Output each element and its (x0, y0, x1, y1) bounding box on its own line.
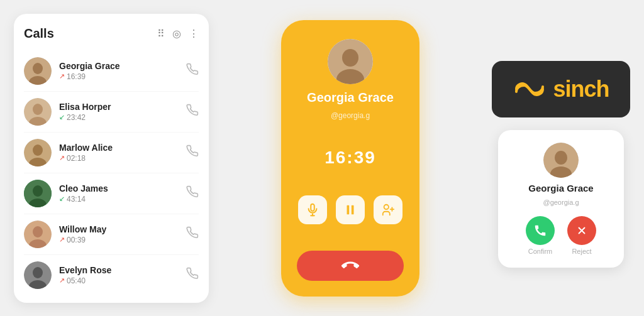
call-item-6: Evelyn Rose ↗ 05:40 (24, 255, 199, 295)
svg-rect-21 (311, 204, 314, 211)
call-name-5: Willow May (59, 224, 186, 234)
call-time-4: ↙ 43:14 (59, 195, 186, 204)
avatar-2 (24, 98, 52, 126)
call-item-5: Willow May ↗ 00:39 (24, 214, 199, 255)
phone-controls (298, 195, 402, 224)
phone-avatar (328, 39, 373, 84)
phone-mockup: Georgia Grace @georgia.g 16:39 (281, 20, 419, 297)
reject-button[interactable] (567, 216, 596, 245)
call-info-2: Elisa Horper ↙ 23:42 (59, 102, 186, 122)
svg-point-19 (342, 49, 358, 67)
reject-label: Reject (572, 248, 591, 255)
phone-handle: @georgia.g (331, 111, 370, 120)
call-item-1: Georgia Grace ↗ 16:39 (24, 51, 199, 92)
arrow-up-1: ↗ (59, 72, 65, 80)
call-info-3: Marlow Alice ↗ 02:18 (59, 143, 186, 163)
call-time-6: ↗ 05:40 (59, 276, 186, 285)
phone-icon-2[interactable] (186, 104, 199, 119)
arrow-up-3: ↗ (59, 154, 65, 162)
call-item-4: Cleo James ↙ 43:14 (24, 173, 199, 214)
svg-point-7 (33, 144, 43, 156)
phone-icon-3[interactable] (186, 144, 199, 160)
calls-title: Calls (24, 26, 54, 41)
sinch-logo: sinch (492, 61, 630, 117)
phone-icon-5[interactable] (186, 226, 199, 242)
avatar-1 (24, 57, 52, 85)
avatar-4 (24, 180, 52, 207)
call-info-6: Evelyn Rose ↗ 05:40 (59, 265, 186, 285)
svg-point-16 (33, 267, 43, 278)
incoming-avatar (543, 143, 579, 178)
arrow-down-2: ↙ (59, 113, 65, 121)
incoming-call-card: Georgia Grace @georgia.g Confirm Reject (498, 130, 624, 268)
arrow-up-6: ↗ (59, 276, 65, 285)
confirm-label: Confirm (528, 248, 553, 255)
phone-name: Georgia Grace (307, 90, 394, 105)
more-icon[interactable]: ⋮ (189, 28, 199, 40)
call-name-2: Elisa Horper (59, 102, 186, 112)
call-item-2: Elisa Horper ↙ 23:42 (24, 92, 199, 133)
call-info-1: Georgia Grace ↗ 16:39 (59, 61, 186, 81)
phone-top: Georgia Grace @georgia.g (307, 39, 394, 120)
add-person-button[interactable] (374, 195, 402, 224)
incoming-handle: @georgia.g (543, 199, 579, 206)
incoming-name: Georgia Grace (528, 183, 593, 193)
call-name-4: Cleo James (59, 183, 186, 193)
call-time-2: ↙ 23:42 (59, 113, 186, 122)
mic-button[interactable] (298, 195, 327, 224)
avatar-3 (24, 139, 52, 166)
right-column: sinch Georgia Grace @georgia.g Confirm (492, 48, 630, 268)
calls-header: Calls ⠿ ◎ ⋮ (24, 26, 199, 41)
avatar-6 (24, 261, 52, 289)
grid-icon[interactable]: ⠿ (157, 28, 165, 40)
svg-rect-24 (347, 205, 350, 215)
pause-button[interactable] (336, 195, 365, 224)
svg-rect-25 (352, 205, 354, 215)
call-time-1: ↗ 16:39 (59, 72, 186, 81)
call-time-5: ↗ 00:39 (59, 236, 186, 244)
phone-icon-4[interactable] (186, 185, 199, 201)
calls-header-icons: ⠿ ◎ ⋮ (157, 28, 199, 40)
arrow-up-5: ↗ (59, 236, 65, 244)
calls-panel: Calls ⠿ ◎ ⋮ Georgia Grace ↗ 16:39 (14, 14, 209, 303)
incoming-buttons: Confirm Reject (526, 216, 596, 255)
svg-point-26 (384, 205, 389, 209)
confirm-button-group: Confirm (526, 216, 555, 255)
phone-timer: 16:39 (325, 148, 376, 168)
call-item-3: Marlow Alice ↗ 02:18 (24, 133, 199, 173)
sinch-text: sinch (553, 76, 609, 102)
confirm-button[interactable] (526, 216, 555, 245)
arrow-down-4: ↙ (59, 195, 65, 203)
call-info-5: Willow May ↗ 00:39 (59, 224, 186, 244)
end-call-button[interactable] (297, 251, 404, 281)
call-name-1: Georgia Grace (59, 61, 186, 71)
svg-point-10 (33, 185, 43, 197)
dial-icon[interactable]: ◎ (172, 28, 181, 40)
phone-icon-1[interactable] (186, 63, 199, 79)
main-container: Calls ⠿ ◎ ⋮ Georgia Grace ↗ 16:39 (14, 11, 630, 306)
reject-button-group: Reject (567, 216, 596, 255)
call-time-3: ↗ 02:18 (59, 154, 186, 163)
call-name-3: Marlow Alice (59, 143, 186, 153)
call-info-4: Cleo James ↙ 43:14 (59, 183, 186, 204)
svg-point-30 (555, 151, 567, 165)
avatar-5 (24, 221, 52, 248)
svg-point-13 (33, 226, 43, 237)
svg-point-4 (33, 104, 43, 115)
phone-icon-6[interactable] (186, 267, 199, 283)
svg-point-1 (33, 63, 43, 74)
call-name-6: Evelyn Rose (59, 265, 186, 275)
